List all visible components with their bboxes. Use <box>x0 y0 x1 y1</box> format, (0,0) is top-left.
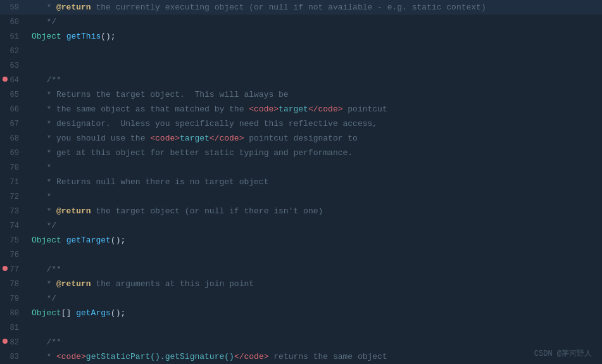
table-row: 73 * @return the target object (or null … <box>0 204 602 218</box>
table-row: 83 * <code>getStaticPart().getSignature(… <box>0 349 602 364</box>
table-row: 82 /** <box>0 335 602 349</box>
line-number: 77 <box>0 262 27 277</box>
table-row: 66 * the same object as that matched by … <box>0 102 602 116</box>
table-row: 80Object[] getArgs(); <box>0 306 602 320</box>
line-content: Object getThis(); <box>27 29 602 44</box>
line-content: Object[] getArgs(); <box>27 306 602 320</box>
line-content <box>27 44 602 58</box>
line-number: 61 <box>0 29 27 44</box>
line-number: 83 <box>0 349 27 364</box>
table-row: 65 * Returns the target object. This wil… <box>0 87 602 102</box>
line-number: 74 <box>0 218 27 233</box>
line-content: /** <box>27 262 602 277</box>
line-content <box>27 248 602 262</box>
line-content: /** <box>27 335 602 349</box>
line-content: * the same object as that matched by the… <box>27 102 602 116</box>
line-number: 66 <box>0 102 27 116</box>
line-number: 63 <box>0 58 27 73</box>
table-row: 68 * you should use the <code>target</co… <box>0 131 602 146</box>
line-content: */ <box>27 15 602 29</box>
table-row: 59 * @return the currently executing obj… <box>0 0 602 15</box>
line-number: 73 <box>0 204 27 218</box>
line-content: * @return the arguments at this join poi… <box>27 277 602 291</box>
table-row: 74 */ <box>0 218 602 233</box>
line-number: 68 <box>0 131 27 146</box>
breakpoint-dot[interactable] <box>3 339 8 344</box>
table-row: 76 <box>0 248 602 262</box>
line-content: * <code>getStaticPart().getSignature()</… <box>27 349 602 364</box>
code-table: 59 * @return the currently executing obj… <box>0 0 602 364</box>
line-content: * @return the target object (or null if … <box>27 204 602 218</box>
table-row: 70 * <box>0 160 602 175</box>
line-number: 81 <box>0 320 27 335</box>
line-number: 64 <box>0 73 27 87</box>
table-row: 71 * Returns null when there is no targe… <box>0 175 602 189</box>
line-content: */ <box>27 291 602 306</box>
line-number: 79 <box>0 291 27 306</box>
line-content: * <box>27 160 602 175</box>
breakpoint-dot[interactable] <box>3 266 8 271</box>
line-content: */ <box>27 218 602 233</box>
line-content: * get at this object for better static t… <box>27 146 602 160</box>
line-content <box>27 58 602 73</box>
line-content: Object getTarget(); <box>27 233 602 248</box>
line-number: 60 <box>0 15 27 29</box>
line-number: 67 <box>0 116 27 131</box>
table-row: 62 <box>0 44 602 58</box>
line-number: 71 <box>0 175 27 189</box>
table-row: 78 * @return the arguments at this join … <box>0 277 602 291</box>
table-row: 64 /** <box>0 73 602 87</box>
line-content: * Returns null when there is no target o… <box>27 175 602 189</box>
line-number: 78 <box>0 277 27 291</box>
table-row: 67 * designator. Unless you specifically… <box>0 116 602 131</box>
table-row: 63 <box>0 58 602 73</box>
line-content: * Returns the target object. This will a… <box>27 87 602 102</box>
line-content: * @return the currently executing object… <box>27 0 602 15</box>
line-number: 75 <box>0 233 27 248</box>
line-number: 70 <box>0 160 27 175</box>
table-row: 79 */ <box>0 291 602 306</box>
line-number: 62 <box>0 44 27 58</box>
table-row: 77 /** <box>0 262 602 277</box>
line-number: 59 <box>0 0 27 15</box>
line-number: 82 <box>0 335 27 349</box>
line-content: * <box>27 189 602 204</box>
line-number: 80 <box>0 306 27 320</box>
line-content: /** <box>27 73 602 87</box>
table-row: 75Object getTarget(); <box>0 233 602 248</box>
table-row: 69 * get at this object for better stati… <box>0 146 602 160</box>
line-number: 76 <box>0 248 27 262</box>
line-content <box>27 320 602 335</box>
breakpoint-dot[interactable] <box>3 77 8 82</box>
line-number: 65 <box>0 87 27 102</box>
code-editor: 59 * @return the currently executing obj… <box>0 0 602 364</box>
table-row: 81 <box>0 320 602 335</box>
line-number: 69 <box>0 146 27 160</box>
table-row: 72 * <box>0 189 602 204</box>
line-content: * designator. Unless you specifically ne… <box>27 116 602 131</box>
line-content: * you should use the <code>target</code>… <box>27 131 602 146</box>
line-number: 72 <box>0 189 27 204</box>
table-row: 61Object getThis(); <box>0 29 602 44</box>
watermark: CSDN @茅河野人 <box>534 348 592 359</box>
table-row: 60 */ <box>0 15 602 29</box>
